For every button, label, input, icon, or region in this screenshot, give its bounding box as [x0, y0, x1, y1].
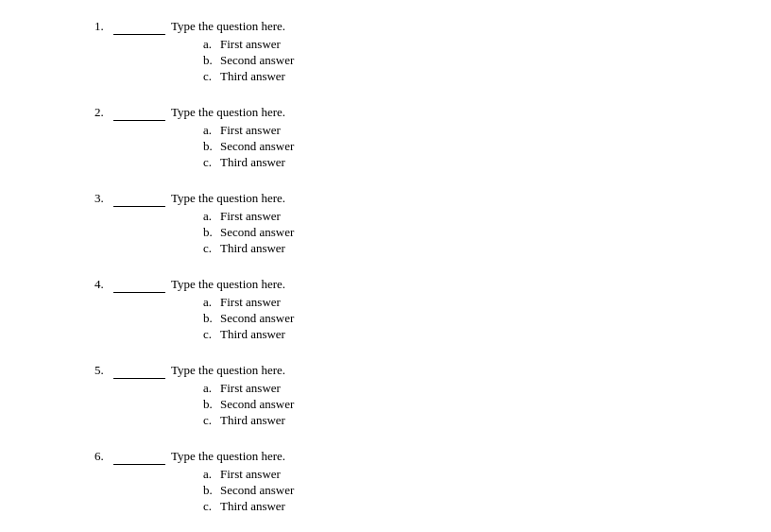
answer-item-4-3: c.Third answer — [203, 327, 695, 342]
question-text-1: Type the question here. — [171, 19, 285, 34]
question-line-6: 6. Type the question here. — [94, 449, 695, 465]
answer-letter-1-2: b. — [203, 53, 220, 68]
question-blank-1 — [113, 19, 165, 35]
answer-item-4-2: b.Second answer — [203, 311, 695, 326]
question-number-2: 2. — [94, 105, 113, 120]
question-blank-4 — [113, 277, 165, 293]
answer-item-6-1: a.First answer — [203, 467, 695, 482]
answers-list-5: a.First answerb.Second answerc.Third ans… — [203, 381, 695, 428]
answer-item-1-2: b.Second answer — [203, 53, 695, 68]
question-line-5: 5. Type the question here. — [94, 363, 695, 379]
answer-item-1-1: a.First answer — [203, 37, 695, 52]
answer-letter-5-3: c. — [203, 413, 220, 428]
question-line-2: 2. Type the question here. — [94, 105, 695, 121]
answer-item-5-3: c.Third answer — [203, 413, 695, 428]
answer-text-4-1: First answer — [220, 295, 281, 310]
question-block-2: 2. Type the question here.a.First answer… — [94, 105, 695, 170]
answer-item-4-1: a.First answer — [203, 295, 695, 310]
answer-text-4-2: Second answer — [220, 311, 294, 326]
answer-text-3-1: First answer — [220, 209, 281, 224]
answer-letter-2-3: c. — [203, 155, 220, 170]
answers-list-4: a.First answerb.Second answerc.Third ans… — [203, 295, 695, 342]
answer-letter-6-1: a. — [203, 467, 220, 482]
question-number-3: 3. — [94, 191, 113, 206]
question-block-1: 1. Type the question here.a.First answer… — [94, 19, 695, 84]
answer-letter-3-1: a. — [203, 209, 220, 224]
answers-list-1: a.First answerb.Second answerc.Third ans… — [203, 37, 695, 84]
answer-letter-4-2: b. — [203, 311, 220, 326]
question-number-4: 4. — [94, 277, 113, 292]
answer-text-1-3: Third answer — [220, 69, 285, 84]
answer-text-4-3: Third answer — [220, 327, 285, 342]
question-number-5: 5. — [94, 363, 113, 378]
answer-letter-5-2: b. — [203, 397, 220, 412]
answer-text-3-3: Third answer — [220, 241, 285, 256]
answer-text-2-3: Third answer — [220, 155, 285, 170]
answer-item-2-2: b.Second answer — [203, 139, 695, 154]
answer-letter-2-2: b. — [203, 139, 220, 154]
answer-letter-4-3: c. — [203, 327, 220, 342]
answer-text-1-2: Second answer — [220, 53, 294, 68]
answer-letter-5-1: a. — [203, 381, 220, 396]
answer-letter-1-1: a. — [203, 37, 220, 52]
answer-letter-6-3: c. — [203, 499, 220, 514]
question-blank-5 — [113, 363, 165, 379]
answers-list-6: a.First answerb.Second answerc.Third ans… — [203, 467, 695, 514]
answer-text-6-3: Third answer — [220, 499, 285, 514]
answer-text-6-1: First answer — [220, 467, 281, 482]
answer-text-1-1: First answer — [220, 37, 281, 52]
question-line-1: 1. Type the question here. — [94, 19, 695, 35]
question-block-4: 4. Type the question here.a.First answer… — [94, 277, 695, 342]
question-text-2: Type the question here. — [171, 105, 285, 120]
answers-list-3: a.First answerb.Second answerc.Third ans… — [203, 209, 695, 256]
answer-text-5-1: First answer — [220, 381, 281, 396]
answer-item-2-1: a.First answer — [203, 123, 695, 138]
question-line-3: 3. Type the question here. — [94, 191, 695, 207]
question-number-1: 1. — [94, 19, 113, 34]
answer-text-2-1: First answer — [220, 123, 281, 138]
answer-item-3-1: a.First answer — [203, 209, 695, 224]
answer-item-1-3: c.Third answer — [203, 69, 695, 84]
answer-text-2-2: Second answer — [220, 139, 294, 154]
question-block-3: 3. Type the question here.a.First answer… — [94, 191, 695, 256]
answer-letter-6-2: b. — [203, 483, 220, 498]
question-text-5: Type the question here. — [171, 363, 285, 378]
question-line-4: 4. Type the question here. — [94, 277, 695, 293]
answer-item-5-1: a.First answer — [203, 381, 695, 396]
question-text-4: Type the question here. — [171, 277, 285, 292]
question-blank-2 — [113, 105, 165, 121]
answer-letter-3-2: b. — [203, 225, 220, 240]
answer-text-6-2: Second answer — [220, 483, 294, 498]
answer-item-5-2: b.Second answer — [203, 397, 695, 412]
answer-item-6-2: b.Second answer — [203, 483, 695, 498]
answer-letter-2-1: a. — [203, 123, 220, 138]
answer-text-5-3: Third answer — [220, 413, 285, 428]
answer-letter-1-3: c. — [203, 69, 220, 84]
answer-item-3-2: b.Second answer — [203, 225, 695, 240]
answer-text-5-2: Second answer — [220, 397, 294, 412]
answer-text-3-2: Second answer — [220, 225, 294, 240]
question-number-6: 6. — [94, 449, 113, 464]
question-text-6: Type the question here. — [171, 449, 285, 464]
question-text-3: Type the question here. — [171, 191, 285, 206]
quiz-container: 1. Type the question here.a.First answer… — [0, 9, 771, 532]
question-block-6: 6. Type the question here.a.First answer… — [94, 449, 695, 514]
answers-list-2: a.First answerb.Second answerc.Third ans… — [203, 123, 695, 170]
question-blank-6 — [113, 449, 165, 465]
answer-item-3-3: c.Third answer — [203, 241, 695, 256]
answer-letter-4-1: a. — [203, 295, 220, 310]
question-block-5: 5. Type the question here.a.First answer… — [94, 363, 695, 428]
answer-item-6-3: c.Third answer — [203, 499, 695, 514]
answer-letter-3-3: c. — [203, 241, 220, 256]
answer-item-2-3: c.Third answer — [203, 155, 695, 170]
question-blank-3 — [113, 191, 165, 207]
